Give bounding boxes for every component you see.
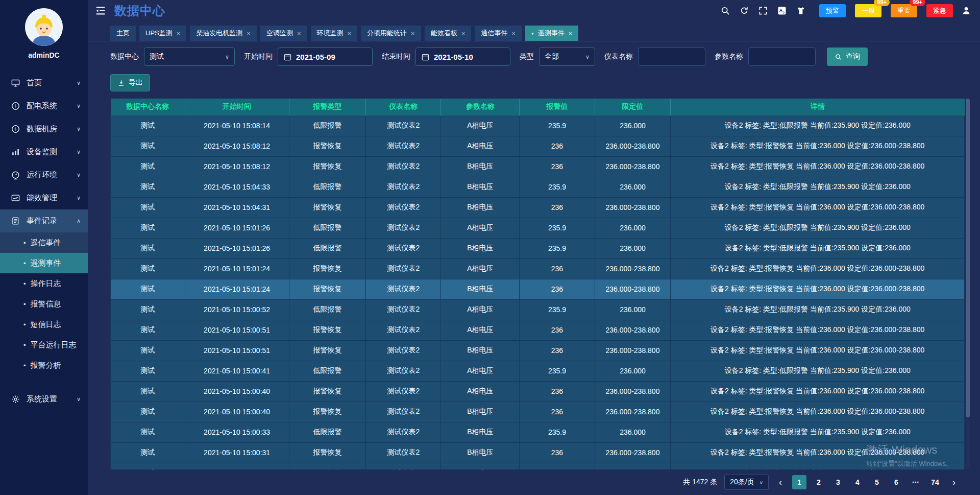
table-row[interactable]: 测试2021-05-10 15:00:51报警恢复测试仪表2B相电压236236…: [111, 340, 965, 361]
tab-环境监测[interactable]: 环境监测 ×: [311, 26, 358, 41]
page-button-6[interactable]: 6: [889, 475, 903, 489]
tab-主页[interactable]: 主页: [110, 26, 136, 41]
page-button-74[interactable]: 74: [928, 475, 942, 489]
start-date-input[interactable]: 2021-05-09: [278, 48, 373, 66]
refresh-icon[interactable]: [739, 5, 750, 16]
sidebar-item-home[interactable]: 首页 ∨: [0, 72, 88, 95]
table-row[interactable]: 测试2021-05-10 15:01:26低限报警测试仪表2A相电压235.92…: [111, 218, 965, 238]
table-row[interactable]: 测试2021-05-10 15:08:12报警恢复测试仪表2A相电压236236…: [111, 136, 965, 156]
end-date-input[interactable]: 2021-05-10: [415, 48, 510, 66]
close-icon[interactable]: ×: [411, 30, 415, 37]
alarm-button-紧急[interactable]: 紧急: [926, 4, 953, 17]
scrollbar-thumb[interactable]: [966, 99, 970, 417]
tab-柴油发电机监测[interactable]: 柴油发电机监测 ×: [190, 26, 257, 41]
close-icon[interactable]: ×: [461, 30, 465, 37]
prev-page-arrow[interactable]: ‹: [776, 477, 785, 488]
end-time-label: 结束时间: [382, 52, 410, 61]
page-button-3[interactable]: 3: [831, 475, 845, 489]
search-icon[interactable]: [720, 5, 731, 16]
table-cell: 测试: [111, 197, 185, 218]
theme-skin-icon[interactable]: [795, 5, 806, 16]
sidebar-item-data-room[interactable]: 数据机房 ∨: [0, 117, 88, 140]
sidebar-item-environment[interactable]: 运行环境 ∨: [0, 163, 88, 186]
close-icon[interactable]: ×: [177, 30, 181, 37]
calendar-icon: [283, 53, 292, 61]
table-cell: 设备2 标签: 类型:低限报警 当前值:235.900 设定值:236.000: [671, 218, 965, 238]
table-row[interactable]: 测试2021-05-10 15:00:41低限报警测试仪表2A相电压235.92…: [111, 361, 965, 381]
sidebar-subitem-操作日志[interactable]: • 操作日志: [0, 273, 88, 294]
column-header: 仪表名称: [366, 99, 441, 115]
alarm-button-一般[interactable]: 一般 99+: [855, 4, 881, 17]
tab-遥测事件[interactable]: ● 遥测事件 ×: [525, 26, 578, 41]
bullet-icon: •: [23, 260, 26, 267]
sidebar-subitem-遥信事件[interactable]: • 遥信事件: [0, 232, 88, 253]
param-name-input[interactable]: [748, 48, 816, 66]
tab-能效看板[interactable]: 能效看板 ×: [425, 26, 472, 41]
table-row[interactable]: 测试2021-05-10 15:00:52低限报警测试仪表2A相电压235.92…: [111, 299, 965, 320]
sidebar-item-energy-efficiency[interactable]: 能效管理 ∨: [0, 186, 88, 209]
type-select[interactable]: 全部 ∨: [539, 48, 595, 66]
table-cell: 测试仪表2: [366, 320, 441, 340]
close-icon[interactable]: ×: [511, 30, 516, 37]
close-icon[interactable]: ×: [297, 30, 301, 37]
sidebar-item-power-distribution[interactable]: 配电系统 ∨: [0, 95, 88, 117]
sidebar-subitem-报警信息[interactable]: • 报警信息: [0, 294, 88, 314]
table-cell: 测试仪表2: [366, 361, 441, 381]
close-icon[interactable]: ×: [247, 30, 251, 37]
sidebar-item-event-log[interactable]: 事件记录 ∧: [0, 209, 88, 232]
close-icon[interactable]: ×: [569, 30, 573, 37]
table-row[interactable]: 测试2021-05-10 15:01:24报警恢复测试仪表2B相电压236236…: [111, 279, 965, 299]
table-row[interactable]: 测试2021-05-10 15:01:24报警恢复测试仪表2A相电压236236…: [111, 258, 965, 279]
table-cell: 235.9: [520, 218, 595, 238]
sidebar-item-settings[interactable]: 系统设置 ∨: [0, 388, 88, 411]
collapse-menu-icon[interactable]: [95, 5, 106, 16]
table-cell: 报警恢复: [289, 402, 366, 422]
next-page-arrow[interactable]: ›: [949, 477, 959, 488]
page-button-5[interactable]: 5: [870, 475, 884, 489]
fullscreen-icon[interactable]: [757, 5, 769, 16]
table-cell: 2021-05-10 15:04:31: [185, 197, 289, 218]
table-cell: 236: [520, 442, 595, 463]
datacenter-select[interactable]: 测试 ∨: [144, 48, 235, 66]
page-button-4[interactable]: 4: [850, 475, 865, 489]
table-cell: 设备2 标签: 类型:低限报警 当前值:235.900 设定值:236.000: [671, 115, 965, 136]
bullet-icon: •: [23, 341, 26, 349]
page-button-1[interactable]: 1: [792, 475, 806, 489]
export-button[interactable]: 导出: [110, 74, 150, 91]
table-cell: 236.000: [595, 463, 671, 469]
table-cell: 2021-05-10 15:00:31: [185, 442, 289, 463]
tab-分项用能统计[interactable]: 分项用能统计 ×: [361, 26, 421, 41]
sidebar-subitem-报警分析[interactable]: • 报警分析: [0, 355, 88, 375]
alarm-button-预警[interactable]: 预警: [819, 4, 846, 17]
alarm-button-重要[interactable]: 重要 99+: [891, 4, 917, 17]
page-size-select[interactable]: 20条/页 ∨: [724, 475, 769, 490]
user-icon[interactable]: [961, 5, 972, 16]
tab-UPS监测[interactable]: UPS监测 ×: [139, 26, 186, 41]
type-label: 类型: [520, 52, 534, 61]
table-row[interactable]: 测试2021-05-10 15:00:51报警恢复测试仪表2A相电压236236…: [111, 320, 965, 340]
table-row[interactable]: 测试2021-05-10 15:01:26低限报警测试仪表2B相电压235.92…: [111, 238, 965, 258]
sidebar-subitem-遥测事件[interactable]: • 遥测事件: [0, 253, 88, 273]
chevron-down-icon: ∨: [77, 126, 81, 132]
table-row[interactable]: 测试2021-05-10 15:00:29低限报警测试仪表2A相电压235.92…: [111, 463, 965, 469]
table-row[interactable]: 测试2021-05-10 15:00:33低限报警测试仪表2B相电压235.92…: [111, 422, 965, 442]
table-row[interactable]: 测试2021-05-10 15:00:40报警恢复测试仪表2B相电压236236…: [111, 402, 965, 422]
page-button-2[interactable]: 2: [812, 475, 826, 489]
sidebar-item-device-monitor[interactable]: 设备监测 ∨: [0, 140, 88, 163]
table-row[interactable]: 测试2021-05-10 15:08:12报警恢复测试仪表2B相电压236236…: [111, 156, 965, 177]
table-row[interactable]: 测试2021-05-10 15:04:31报警恢复测试仪表2B相电压236236…: [111, 197, 965, 218]
table-row[interactable]: 测试2021-05-10 15:00:31报警恢复测试仪表2B相电压236236…: [111, 442, 965, 463]
table-cell: 2021-05-10 15:08:14: [185, 115, 289, 136]
sidebar-subitem-平台运行日志[interactable]: • 平台运行日志: [0, 335, 88, 355]
query-button[interactable]: 查询: [827, 48, 868, 66]
translate-icon[interactable]: A 文: [776, 5, 788, 16]
tab-通信事件[interactable]: 通信事件 ×: [475, 26, 522, 41]
tab-空调监测[interactable]: 空调监测 ×: [260, 26, 307, 41]
sidebar-subitem-短信日志[interactable]: • 短信日志: [0, 314, 88, 335]
download-icon: [117, 79, 125, 87]
table-row[interactable]: 测试2021-05-10 15:00:40报警恢复测试仪表2A相电压236236…: [111, 381, 965, 402]
table-row[interactable]: 测试2021-05-10 15:08:14低限报警测试仪表2A相电压235.92…: [111, 115, 965, 136]
close-icon[interactable]: ×: [348, 30, 352, 37]
meter-name-input[interactable]: [638, 48, 705, 66]
table-row[interactable]: 测试2021-05-10 15:04:33低限报警测试仪表2B相电压235.92…: [111, 177, 965, 197]
